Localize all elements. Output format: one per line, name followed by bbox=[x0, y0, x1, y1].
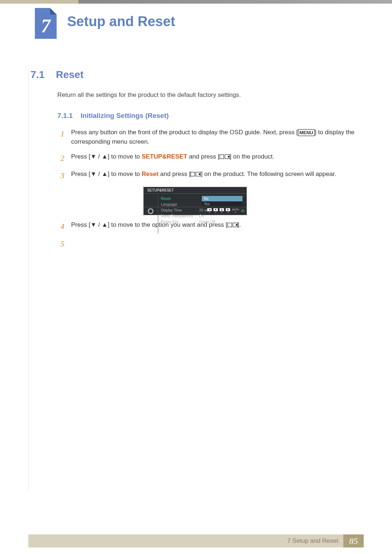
top-accent-bar bbox=[0, 0, 392, 4]
keyword-reset: Reset bbox=[142, 171, 158, 177]
keyword-setup-reset: SETUP&RESET bbox=[142, 153, 187, 160]
osd-separator: : bbox=[196, 214, 199, 218]
power-icon: ⏻ bbox=[241, 209, 244, 213]
gear-icon bbox=[148, 208, 154, 214]
osd-label: Language bbox=[161, 202, 196, 206]
osd-row-menu-transparency: Menu Transparency : On bbox=[161, 214, 244, 218]
osd-btn-left: ◄▼ bbox=[207, 208, 212, 214]
osd-btn-power: ⏻ bbox=[241, 209, 244, 213]
osd-screenshot: SETUP&RESET Reset Language Display Time … bbox=[143, 187, 247, 215]
section-heading: 7.1 Reset bbox=[30, 69, 359, 81]
step-body: Press [▼ / ▲] to move to the option you … bbox=[71, 220, 359, 233]
chapter-tab: 7 bbox=[35, 8, 57, 39]
osd-btn-right: ►▼ bbox=[226, 208, 230, 214]
step-number: 2 bbox=[57, 152, 68, 164]
osd-label: Menu Transparency bbox=[161, 214, 196, 218]
steps-list: 1 Press any button on the front of the p… bbox=[57, 128, 359, 182]
step-number: 5 bbox=[57, 238, 68, 250]
section-title: Reset bbox=[56, 69, 83, 81]
step-3: 3 Press [▼ / ▲] to move to Reset and pre… bbox=[57, 169, 359, 182]
osd-btn-auto: AUTO▼ bbox=[232, 208, 239, 213]
footer-chapter-title: 7 Setup and Reset bbox=[287, 537, 343, 545]
menu-key-icon: MENU bbox=[298, 129, 315, 136]
down-up-arrows-icon: ▼ / ▲ bbox=[90, 221, 108, 228]
source-enter-icon bbox=[228, 223, 238, 227]
subsection-heading: 7.1.1 Initializing Settings (Reset) bbox=[57, 112, 359, 120]
step-body: Press any button on the front of the pro… bbox=[71, 128, 359, 147]
step-number: 4 bbox=[57, 220, 68, 233]
down-up-arrows-icon: ▼ / ▲ bbox=[90, 153, 108, 160]
content-area: 7.1 Reset Return all the settings for th… bbox=[30, 69, 359, 255]
osd-btn-up: ▲▼ bbox=[220, 208, 224, 214]
osd-label: Reset bbox=[161, 197, 196, 201]
osd-value: On bbox=[199, 214, 244, 218]
page-footer: 7 Setup and Reset 85 bbox=[28, 534, 364, 547]
step-body: Press [▼ / ▲] to move to SETUP&RESET and… bbox=[71, 152, 359, 164]
osd-separator: : bbox=[196, 208, 199, 212]
source-enter-icon bbox=[191, 172, 201, 176]
footer-page-number: 85 bbox=[343, 534, 364, 547]
chapter-number: 7 bbox=[35, 15, 57, 37]
source-enter-icon bbox=[220, 155, 230, 159]
steps-list-cont: 4 Press [▼ / ▲] to move to the option yo… bbox=[57, 220, 359, 250]
step-number: 1 bbox=[57, 128, 68, 147]
osd-title: SETUP&RESET bbox=[144, 187, 246, 194]
osd-label: Display Time bbox=[161, 208, 196, 212]
step-1: 1 Press any button on the front of the p… bbox=[57, 128, 359, 147]
osd-reset-popup: No Yes bbox=[202, 196, 242, 207]
tab-fold-corner bbox=[50, 8, 57, 15]
step-4: 4 Press [▼ / ▲] to move to the option yo… bbox=[57, 220, 359, 233]
step-5: 5 bbox=[57, 238, 359, 250]
osd-btn-down: ▼▼ bbox=[213, 208, 218, 214]
section-number: 7.1 bbox=[30, 69, 56, 81]
chapter-title: Setup and Reset bbox=[67, 14, 175, 29]
down-up-arrows-icon: ▼ / ▲ bbox=[90, 171, 108, 177]
osd-option-no: No bbox=[202, 196, 242, 201]
step-number: 3 bbox=[57, 169, 68, 182]
osd-option-yes: Yes bbox=[202, 201, 242, 207]
subsection-title: Initializing Settings (Reset) bbox=[81, 112, 169, 120]
subsection-number: 7.1.1 bbox=[57, 112, 81, 120]
left-vertical-rule bbox=[28, 69, 29, 490]
step-body: Press [▼ / ▲] to move to Reset and press… bbox=[71, 169, 359, 182]
section-intro: Return all the settings for the product … bbox=[57, 91, 359, 99]
osd-row-display-time: Display Time : 20 sec bbox=[161, 208, 244, 212]
step-2: 2 Press [▼ / ▲] to move to SETUP&RESET a… bbox=[57, 152, 359, 164]
